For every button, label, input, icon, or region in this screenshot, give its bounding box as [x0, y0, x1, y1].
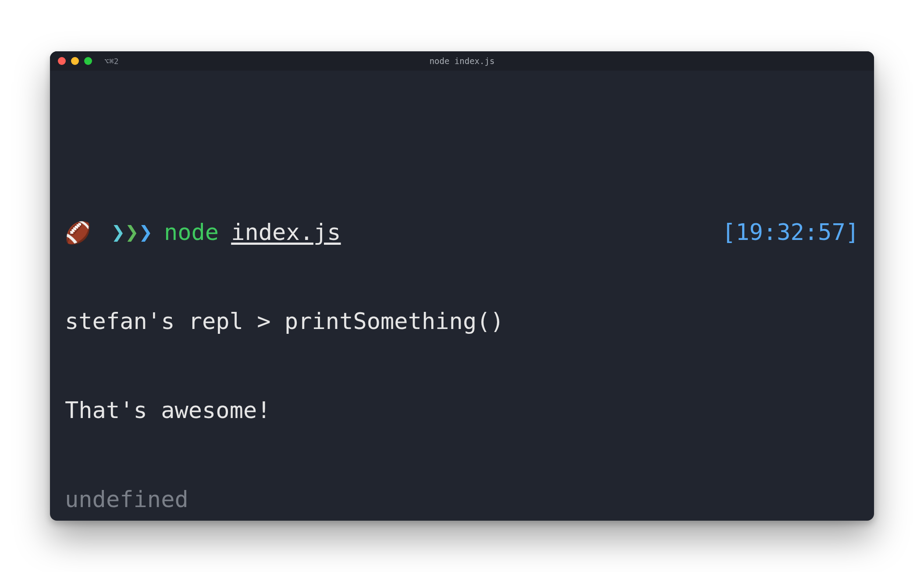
football-icon: 🏈 [65, 219, 91, 246]
chevron-icon: ❯ [125, 218, 139, 247]
maximize-icon[interactable] [84, 57, 92, 65]
output-line: That's awesome! [65, 396, 859, 425]
terminal-body[interactable]: 🏈 ❯ ❯ ❯ node index.js [19:32:57] stefan'… [50, 71, 874, 521]
command-argument: index.js [231, 218, 341, 247]
titlebar: ⌥⌘2 node index.js [50, 51, 874, 71]
repl-input: printSomething() [284, 307, 504, 336]
tab-shortcut-label: ⌥⌘2 [104, 57, 119, 66]
repl-line: stefan's repl > printSomething() [65, 307, 859, 336]
timestamp: [19:32:57] [722, 218, 859, 247]
traffic-lights [58, 57, 92, 65]
command-binary: node [164, 218, 219, 247]
chevron-icon: ❯ [139, 218, 153, 247]
shell-prompt-line: 🏈 ❯ ❯ ❯ node index.js [19:32:57] [65, 218, 859, 247]
chevron-icon: ❯ [111, 218, 125, 247]
minimize-icon[interactable] [71, 57, 79, 65]
repl-prompt: stefan's repl > [65, 307, 284, 336]
close-icon[interactable] [58, 57, 66, 65]
return-value: undefined [65, 485, 859, 515]
window-title: node index.js [430, 56, 495, 66]
terminal-window: ⌥⌘2 node index.js 🏈 ❯ ❯ ❯ node index.js … [50, 51, 874, 521]
